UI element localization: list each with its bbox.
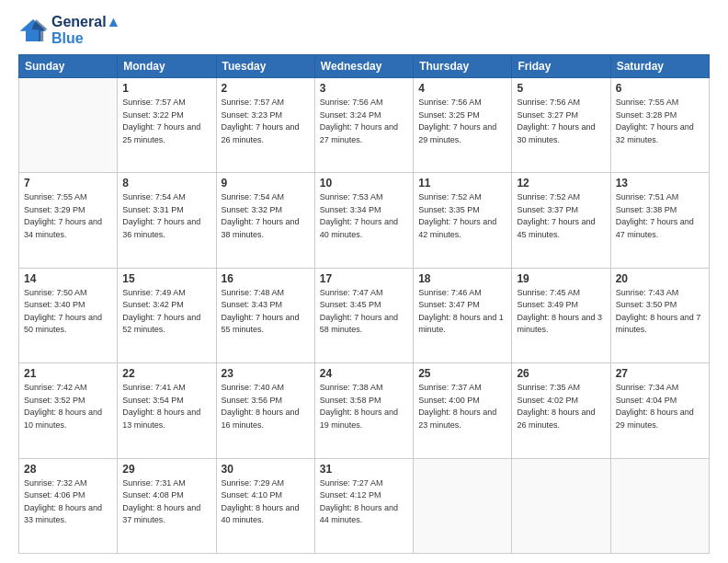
day-info: Sunrise: 7:52 AMSunset: 3:35 PMDaylight:…	[418, 191, 506, 241]
week-row-4: 21Sunrise: 7:42 AMSunset: 3:52 PMDayligh…	[19, 363, 710, 458]
weekday-header-thursday: Thursday	[414, 55, 512, 78]
day-number: 23	[222, 367, 310, 380]
day-info: Sunrise: 7:41 AMSunset: 3:54 PMDaylight:…	[122, 382, 210, 431]
calendar-cell	[512, 458, 610, 553]
calendar-cell: 18Sunrise: 7:46 AMSunset: 3:47 PMDayligh…	[414, 268, 512, 362]
calendar-cell: 4Sunrise: 7:56 AMSunset: 3:25 PMDaylight…	[414, 78, 512, 173]
day-info: Sunrise: 7:29 AMSunset: 4:10 PMDaylight:…	[222, 477, 310, 527]
day-number: 20	[616, 272, 704, 285]
day-number: 8	[122, 177, 210, 190]
calendar-cell: 22Sunrise: 7:41 AMSunset: 3:54 PMDayligh…	[118, 363, 216, 458]
calendar-cell: 3Sunrise: 7:56 AMSunset: 3:24 PMDaylight…	[314, 78, 413, 173]
day-info: Sunrise: 7:32 AMSunset: 4:06 PMDaylight:…	[24, 477, 112, 527]
logo-icon	[18, 17, 48, 43]
week-row-5: 28Sunrise: 7:32 AMSunset: 4:06 PMDayligh…	[19, 458, 710, 553]
calendar-cell: 20Sunrise: 7:43 AMSunset: 3:50 PMDayligh…	[610, 268, 709, 362]
day-info: Sunrise: 7:57 AMSunset: 3:22 PMDaylight:…	[122, 97, 210, 146]
calendar-cell: 2Sunrise: 7:57 AMSunset: 3:23 PMDaylight…	[216, 78, 314, 173]
day-number: 19	[517, 272, 605, 285]
calendar-cell: 17Sunrise: 7:47 AMSunset: 3:45 PMDayligh…	[314, 268, 413, 362]
day-info: Sunrise: 7:48 AMSunset: 3:43 PMDaylight:…	[222, 287, 310, 337]
day-number: 28	[24, 463, 112, 476]
day-info: Sunrise: 7:40 AMSunset: 3:56 PMDaylight:…	[222, 382, 310, 431]
day-number: 17	[320, 272, 408, 285]
day-number: 6	[616, 82, 704, 95]
calendar-cell: 25Sunrise: 7:37 AMSunset: 4:00 PMDayligh…	[414, 363, 512, 458]
day-info: Sunrise: 7:46 AMSunset: 3:47 PMDaylight:…	[418, 287, 506, 337]
day-number: 14	[24, 272, 112, 285]
day-number: 21	[24, 367, 112, 380]
day-info: Sunrise: 7:37 AMSunset: 4:00 PMDaylight:…	[418, 382, 506, 431]
day-number: 30	[222, 463, 310, 476]
day-number: 22	[122, 367, 210, 380]
logo-text: General▲ Blue	[51, 14, 120, 47]
day-number: 1	[122, 82, 210, 95]
day-info: Sunrise: 7:50 AMSunset: 3:40 PMDaylight:…	[24, 287, 112, 337]
day-info: Sunrise: 7:31 AMSunset: 4:08 PMDaylight:…	[122, 477, 210, 527]
day-number: 13	[616, 177, 704, 190]
calendar-cell: 13Sunrise: 7:51 AMSunset: 3:38 PMDayligh…	[610, 173, 709, 268]
weekday-header-friday: Friday	[512, 55, 610, 78]
day-number: 3	[320, 82, 408, 95]
calendar-cell: 24Sunrise: 7:38 AMSunset: 3:58 PMDayligh…	[314, 363, 413, 458]
day-number: 27	[616, 367, 704, 380]
day-info: Sunrise: 7:49 AMSunset: 3:42 PMDaylight:…	[122, 287, 210, 337]
weekday-header-saturday: Saturday	[610, 55, 709, 78]
calendar-cell: 30Sunrise: 7:29 AMSunset: 4:10 PMDayligh…	[216, 458, 314, 553]
day-info: Sunrise: 7:27 AMSunset: 4:12 PMDaylight:…	[320, 477, 408, 527]
calendar-cell: 27Sunrise: 7:34 AMSunset: 4:04 PMDayligh…	[610, 363, 709, 458]
week-row-2: 7Sunrise: 7:55 AMSunset: 3:29 PMDaylight…	[19, 173, 710, 268]
day-number: 2	[222, 82, 310, 95]
day-number: 25	[418, 367, 506, 380]
day-info: Sunrise: 7:51 AMSunset: 3:38 PMDaylight:…	[616, 191, 704, 241]
day-info: Sunrise: 7:55 AMSunset: 3:28 PMDaylight:…	[616, 97, 704, 146]
logo: General▲ Blue	[18, 14, 120, 47]
calendar-cell: 19Sunrise: 7:45 AMSunset: 3:49 PMDayligh…	[512, 268, 610, 362]
day-info: Sunrise: 7:52 AMSunset: 3:37 PMDaylight:…	[517, 191, 605, 241]
calendar-cell: 21Sunrise: 7:42 AMSunset: 3:52 PMDayligh…	[19, 363, 118, 458]
calendar-cell: 7Sunrise: 7:55 AMSunset: 3:29 PMDaylight…	[19, 173, 118, 268]
calendar-cell: 29Sunrise: 7:31 AMSunset: 4:08 PMDayligh…	[118, 458, 216, 553]
calendar-cell: 14Sunrise: 7:50 AMSunset: 3:40 PMDayligh…	[19, 268, 118, 362]
calendar-cell: 26Sunrise: 7:35 AMSunset: 4:02 PMDayligh…	[512, 363, 610, 458]
calendar-table: SundayMondayTuesdayWednesdayThursdayFrid…	[18, 54, 710, 554]
day-info: Sunrise: 7:43 AMSunset: 3:50 PMDaylight:…	[616, 287, 704, 337]
calendar-cell: 8Sunrise: 7:54 AMSunset: 3:31 PMDaylight…	[118, 173, 216, 268]
day-info: Sunrise: 7:45 AMSunset: 3:49 PMDaylight:…	[517, 287, 605, 337]
week-row-3: 14Sunrise: 7:50 AMSunset: 3:40 PMDayligh…	[19, 268, 710, 362]
calendar-cell: 10Sunrise: 7:53 AMSunset: 3:34 PMDayligh…	[314, 173, 413, 268]
day-number: 9	[222, 177, 310, 190]
weekday-header-tuesday: Tuesday	[216, 55, 314, 78]
day-info: Sunrise: 7:56 AMSunset: 3:25 PMDaylight:…	[418, 97, 506, 146]
page: General▲ Blue SundayMondayTuesdayWednesd…	[0, 0, 728, 563]
day-info: Sunrise: 7:56 AMSunset: 3:27 PMDaylight:…	[517, 97, 605, 146]
calendar-cell: 23Sunrise: 7:40 AMSunset: 3:56 PMDayligh…	[216, 363, 314, 458]
day-info: Sunrise: 7:55 AMSunset: 3:29 PMDaylight:…	[24, 191, 112, 241]
weekday-header-monday: Monday	[118, 55, 216, 78]
day-info: Sunrise: 7:42 AMSunset: 3:52 PMDaylight:…	[24, 382, 112, 431]
day-info: Sunrise: 7:34 AMSunset: 4:04 PMDaylight:…	[616, 382, 704, 431]
day-number: 16	[222, 272, 310, 285]
calendar-cell: 31Sunrise: 7:27 AMSunset: 4:12 PMDayligh…	[314, 458, 413, 553]
day-info: Sunrise: 7:53 AMSunset: 3:34 PMDaylight:…	[320, 191, 408, 241]
day-number: 12	[517, 177, 605, 190]
day-info: Sunrise: 7:38 AMSunset: 3:58 PMDaylight:…	[320, 382, 408, 431]
calendar-cell	[414, 458, 512, 553]
weekday-header-row: SundayMondayTuesdayWednesdayThursdayFrid…	[19, 55, 710, 78]
calendar-cell: 9Sunrise: 7:54 AMSunset: 3:32 PMDaylight…	[216, 173, 314, 268]
day-number: 31	[320, 463, 408, 476]
day-number: 26	[517, 367, 605, 380]
calendar-cell	[19, 78, 118, 173]
day-info: Sunrise: 7:35 AMSunset: 4:02 PMDaylight:…	[517, 382, 605, 431]
calendar-cell: 11Sunrise: 7:52 AMSunset: 3:35 PMDayligh…	[414, 173, 512, 268]
weekday-header-wednesday: Wednesday	[314, 55, 413, 78]
calendar-cell	[610, 458, 709, 553]
day-number: 11	[418, 177, 506, 190]
day-info: Sunrise: 7:54 AMSunset: 3:32 PMDaylight:…	[222, 191, 310, 241]
day-number: 7	[24, 177, 112, 190]
day-number: 10	[320, 177, 408, 190]
day-number: 18	[418, 272, 506, 285]
weekday-header-sunday: Sunday	[19, 55, 118, 78]
week-row-1: 1Sunrise: 7:57 AMSunset: 3:22 PMDaylight…	[19, 78, 710, 173]
day-number: 5	[517, 82, 605, 95]
